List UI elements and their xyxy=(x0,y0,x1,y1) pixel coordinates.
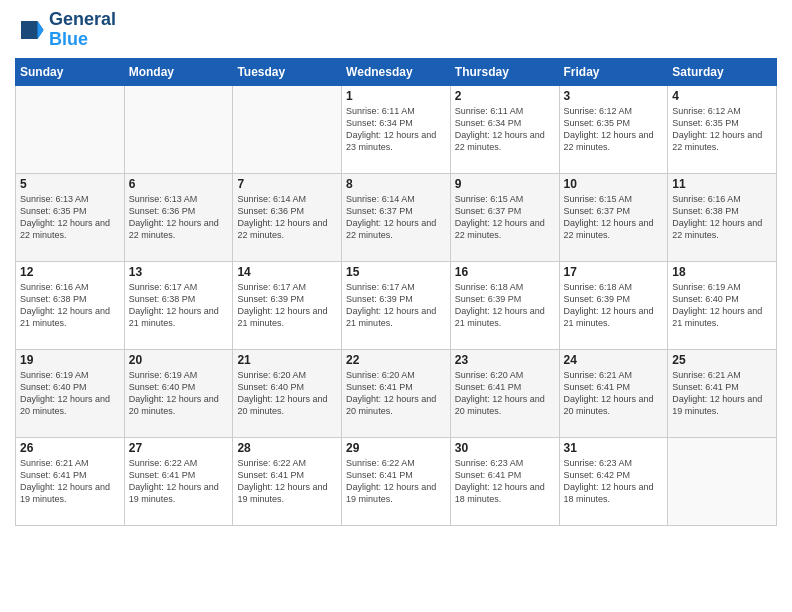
calendar-cell: 15Sunrise: 6:17 AM Sunset: 6:39 PM Dayli… xyxy=(342,261,451,349)
day-content: Sunrise: 6:12 AM Sunset: 6:35 PM Dayligh… xyxy=(564,105,664,154)
day-number: 27 xyxy=(129,441,229,455)
calendar-cell: 6Sunrise: 6:13 AM Sunset: 6:36 PM Daylig… xyxy=(124,173,233,261)
day-content: Sunrise: 6:18 AM Sunset: 6:39 PM Dayligh… xyxy=(564,281,664,330)
day-content: Sunrise: 6:13 AM Sunset: 6:35 PM Dayligh… xyxy=(20,193,120,242)
day-content: Sunrise: 6:13 AM Sunset: 6:36 PM Dayligh… xyxy=(129,193,229,242)
day-number: 2 xyxy=(455,89,555,103)
day-content: Sunrise: 6:15 AM Sunset: 6:37 PM Dayligh… xyxy=(455,193,555,242)
calendar-cell xyxy=(16,85,125,173)
day-number: 24 xyxy=(564,353,664,367)
day-content: Sunrise: 6:17 AM Sunset: 6:39 PM Dayligh… xyxy=(346,281,446,330)
weekday-header: Sunday xyxy=(16,58,125,85)
weekday-header: Wednesday xyxy=(342,58,451,85)
day-content: Sunrise: 6:23 AM Sunset: 6:41 PM Dayligh… xyxy=(455,457,555,506)
weekday-header: Tuesday xyxy=(233,58,342,85)
weekday-header: Friday xyxy=(559,58,668,85)
day-content: Sunrise: 6:21 AM Sunset: 6:41 PM Dayligh… xyxy=(672,369,772,418)
calendar-cell: 25Sunrise: 6:21 AM Sunset: 6:41 PM Dayli… xyxy=(668,349,777,437)
calendar-cell: 12Sunrise: 6:16 AM Sunset: 6:38 PM Dayli… xyxy=(16,261,125,349)
calendar-cell: 7Sunrise: 6:14 AM Sunset: 6:36 PM Daylig… xyxy=(233,173,342,261)
logo-icon xyxy=(15,15,45,45)
day-number: 9 xyxy=(455,177,555,191)
calendar-header: SundayMondayTuesdayWednesdayThursdayFrid… xyxy=(16,58,777,85)
calendar-cell xyxy=(668,437,777,525)
svg-marker-1 xyxy=(38,21,44,39)
day-number: 17 xyxy=(564,265,664,279)
day-content: Sunrise: 6:19 AM Sunset: 6:40 PM Dayligh… xyxy=(20,369,120,418)
day-number: 18 xyxy=(672,265,772,279)
weekday-header: Monday xyxy=(124,58,233,85)
day-number: 31 xyxy=(564,441,664,455)
calendar-cell: 13Sunrise: 6:17 AM Sunset: 6:38 PM Dayli… xyxy=(124,261,233,349)
logo: General Blue xyxy=(15,10,116,50)
calendar-cell: 27Sunrise: 6:22 AM Sunset: 6:41 PM Dayli… xyxy=(124,437,233,525)
weekday-header: Thursday xyxy=(450,58,559,85)
day-content: Sunrise: 6:14 AM Sunset: 6:36 PM Dayligh… xyxy=(237,193,337,242)
day-number: 19 xyxy=(20,353,120,367)
day-content: Sunrise: 6:21 AM Sunset: 6:41 PM Dayligh… xyxy=(20,457,120,506)
day-number: 14 xyxy=(237,265,337,279)
day-content: Sunrise: 6:11 AM Sunset: 6:34 PM Dayligh… xyxy=(346,105,446,154)
page-container: General Blue SundayMondayTuesdayWednesda… xyxy=(0,0,792,536)
calendar-cell: 19Sunrise: 6:19 AM Sunset: 6:40 PM Dayli… xyxy=(16,349,125,437)
weekday-header: Saturday xyxy=(668,58,777,85)
calendar-cell: 14Sunrise: 6:17 AM Sunset: 6:39 PM Dayli… xyxy=(233,261,342,349)
calendar-cell: 3Sunrise: 6:12 AM Sunset: 6:35 PM Daylig… xyxy=(559,85,668,173)
day-content: Sunrise: 6:11 AM Sunset: 6:34 PM Dayligh… xyxy=(455,105,555,154)
day-number: 20 xyxy=(129,353,229,367)
calendar-cell: 28Sunrise: 6:22 AM Sunset: 6:41 PM Dayli… xyxy=(233,437,342,525)
day-number: 10 xyxy=(564,177,664,191)
calendar-cell: 29Sunrise: 6:22 AM Sunset: 6:41 PM Dayli… xyxy=(342,437,451,525)
day-number: 1 xyxy=(346,89,446,103)
day-number: 21 xyxy=(237,353,337,367)
day-content: Sunrise: 6:14 AM Sunset: 6:37 PM Dayligh… xyxy=(346,193,446,242)
calendar-week-row: 1Sunrise: 6:11 AM Sunset: 6:34 PM Daylig… xyxy=(16,85,777,173)
calendar-cell: 5Sunrise: 6:13 AM Sunset: 6:35 PM Daylig… xyxy=(16,173,125,261)
day-content: Sunrise: 6:12 AM Sunset: 6:35 PM Dayligh… xyxy=(672,105,772,154)
calendar-week-row: 19Sunrise: 6:19 AM Sunset: 6:40 PM Dayli… xyxy=(16,349,777,437)
calendar-table: SundayMondayTuesdayWednesdayThursdayFrid… xyxy=(15,58,777,526)
day-number: 28 xyxy=(237,441,337,455)
day-content: Sunrise: 6:21 AM Sunset: 6:41 PM Dayligh… xyxy=(564,369,664,418)
calendar-cell: 11Sunrise: 6:16 AM Sunset: 6:38 PM Dayli… xyxy=(668,173,777,261)
day-content: Sunrise: 6:22 AM Sunset: 6:41 PM Dayligh… xyxy=(237,457,337,506)
day-number: 15 xyxy=(346,265,446,279)
day-content: Sunrise: 6:22 AM Sunset: 6:41 PM Dayligh… xyxy=(129,457,229,506)
day-content: Sunrise: 6:20 AM Sunset: 6:40 PM Dayligh… xyxy=(237,369,337,418)
day-content: Sunrise: 6:19 AM Sunset: 6:40 PM Dayligh… xyxy=(129,369,229,418)
day-content: Sunrise: 6:17 AM Sunset: 6:39 PM Dayligh… xyxy=(237,281,337,330)
calendar-cell: 23Sunrise: 6:20 AM Sunset: 6:41 PM Dayli… xyxy=(450,349,559,437)
day-content: Sunrise: 6:16 AM Sunset: 6:38 PM Dayligh… xyxy=(672,193,772,242)
day-number: 4 xyxy=(672,89,772,103)
day-number: 6 xyxy=(129,177,229,191)
day-number: 25 xyxy=(672,353,772,367)
day-content: Sunrise: 6:17 AM Sunset: 6:38 PM Dayligh… xyxy=(129,281,229,330)
calendar-cell: 8Sunrise: 6:14 AM Sunset: 6:37 PM Daylig… xyxy=(342,173,451,261)
day-content: Sunrise: 6:23 AM Sunset: 6:42 PM Dayligh… xyxy=(564,457,664,506)
calendar-cell: 1Sunrise: 6:11 AM Sunset: 6:34 PM Daylig… xyxy=(342,85,451,173)
day-number: 26 xyxy=(20,441,120,455)
day-number: 5 xyxy=(20,177,120,191)
calendar-cell: 9Sunrise: 6:15 AM Sunset: 6:37 PM Daylig… xyxy=(450,173,559,261)
day-number: 8 xyxy=(346,177,446,191)
calendar-week-row: 26Sunrise: 6:21 AM Sunset: 6:41 PM Dayli… xyxy=(16,437,777,525)
calendar-cell: 18Sunrise: 6:19 AM Sunset: 6:40 PM Dayli… xyxy=(668,261,777,349)
calendar-cell xyxy=(233,85,342,173)
logo-text: General Blue xyxy=(49,10,116,50)
calendar-cell: 4Sunrise: 6:12 AM Sunset: 6:35 PM Daylig… xyxy=(668,85,777,173)
day-number: 23 xyxy=(455,353,555,367)
day-content: Sunrise: 6:19 AM Sunset: 6:40 PM Dayligh… xyxy=(672,281,772,330)
calendar-cell: 30Sunrise: 6:23 AM Sunset: 6:41 PM Dayli… xyxy=(450,437,559,525)
day-content: Sunrise: 6:20 AM Sunset: 6:41 PM Dayligh… xyxy=(455,369,555,418)
calendar-cell: 17Sunrise: 6:18 AM Sunset: 6:39 PM Dayli… xyxy=(559,261,668,349)
day-content: Sunrise: 6:18 AM Sunset: 6:39 PM Dayligh… xyxy=(455,281,555,330)
day-number: 13 xyxy=(129,265,229,279)
calendar-cell: 24Sunrise: 6:21 AM Sunset: 6:41 PM Dayli… xyxy=(559,349,668,437)
day-number: 29 xyxy=(346,441,446,455)
day-content: Sunrise: 6:22 AM Sunset: 6:41 PM Dayligh… xyxy=(346,457,446,506)
day-number: 16 xyxy=(455,265,555,279)
calendar-cell: 22Sunrise: 6:20 AM Sunset: 6:41 PM Dayli… xyxy=(342,349,451,437)
calendar-week-row: 12Sunrise: 6:16 AM Sunset: 6:38 PM Dayli… xyxy=(16,261,777,349)
day-content: Sunrise: 6:15 AM Sunset: 6:37 PM Dayligh… xyxy=(564,193,664,242)
calendar-cell: 2Sunrise: 6:11 AM Sunset: 6:34 PM Daylig… xyxy=(450,85,559,173)
